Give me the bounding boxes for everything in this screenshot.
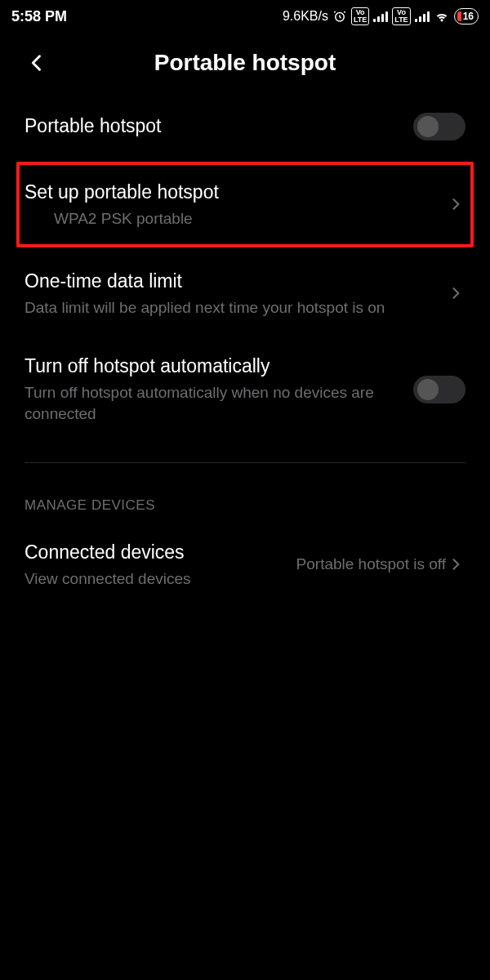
signal-icon-2 [415, 11, 430, 22]
status-bar: 5:58 PM 9.6KB/s VoLTE VoLTE 16 [0, 0, 490, 28]
row-text: Portable hotspot [24, 114, 413, 139]
volte-badge-2: VoLTE [392, 7, 410, 25]
row-status: Portable hotspot is off [296, 555, 446, 575]
back-button[interactable] [24, 51, 49, 75]
row-sub: Data limit will be applied next time you… [24, 297, 434, 318]
row-text: Set up portable hotspot WPA2 PSK portabl… [24, 180, 446, 229]
battery-percent: 16 [463, 11, 474, 22]
page-title: Portable hotspot [154, 50, 336, 76]
signal-icon-1 [373, 11, 388, 22]
section-header-manage: MANAGE DEVICES [24, 463, 466, 522]
status-time: 5:58 PM [11, 8, 67, 25]
chevron-right-icon [446, 555, 466, 574]
row-data-limit[interactable]: One-time data limit Data limit will be a… [24, 251, 466, 336]
chevron-right-icon [446, 194, 466, 214]
page-header: Portable hotspot [0, 31, 490, 95]
wifi-icon [434, 10, 450, 23]
settings-list: Portable hotspot Set up portable hotspot… [0, 95, 490, 607]
chevron-right-icon [446, 283, 466, 303]
alarm-icon [332, 9, 347, 24]
row-sub: View connected devices [24, 568, 285, 590]
hotspot-toggle[interactable] [413, 113, 466, 140]
row-label: One-time data limit [24, 269, 434, 294]
row-sub: WPA2 PSK portable [54, 208, 434, 229]
row-setup-hotspot[interactable]: Set up portable hotspot WPA2 PSK portabl… [24, 165, 466, 244]
toggle-knob [417, 379, 439, 400]
row-hotspot-toggle[interactable]: Portable hotspot [24, 95, 466, 158]
auto-off-toggle[interactable] [413, 376, 466, 403]
row-label: Turn off hotspot automatically [24, 354, 402, 379]
row-sub: Turn off hotspot automatically when no d… [24, 382, 402, 424]
row-connected-devices[interactable]: Connected devices View connected devices… [24, 522, 466, 608]
row-label: Set up portable hotspot [24, 180, 434, 205]
status-right: 9.6KB/s VoLTE VoLTE 16 [283, 7, 479, 25]
row-text: Connected devices View connected devices [24, 540, 296, 590]
row-text: One-time data limit Data limit will be a… [24, 269, 446, 318]
status-net-speed: 9.6KB/s [283, 9, 328, 24]
row-auto-off[interactable]: Turn off hotspot automatically Turn off … [24, 336, 466, 442]
volte-badge-1: VoLTE [351, 7, 369, 25]
row-label: Portable hotspot [24, 114, 402, 139]
status-left: 5:58 PM [11, 8, 67, 25]
screen: 5:58 PM 9.6KB/s VoLTE VoLTE 16 Portable … [0, 0, 490, 980]
row-text: Turn off hotspot automatically Turn off … [24, 354, 413, 424]
battery-icon: 16 [454, 8, 479, 24]
row-label: Connected devices [24, 540, 285, 565]
highlight-box: Set up portable hotspot WPA2 PSK portabl… [16, 162, 474, 247]
toggle-knob [417, 116, 439, 137]
